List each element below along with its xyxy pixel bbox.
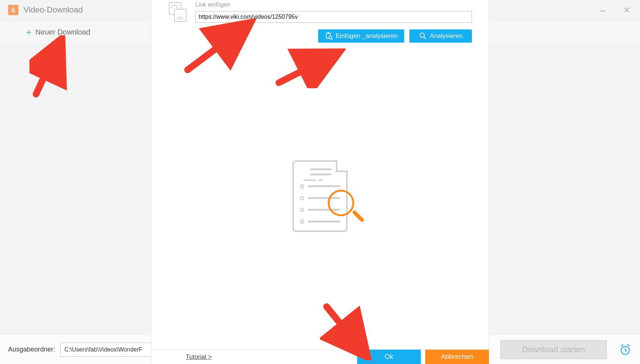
clipboard-search-icon — [325, 32, 333, 40]
output-folder-label: Ausgabeordner: — [8, 346, 55, 353]
download-start-button[interactable]: Download starten — [500, 340, 607, 359]
add-url-dialog: URL Link einfügen Einfügen _analysieren … — [151, 0, 489, 364]
link-insert-label: Link einfügen — [195, 1, 473, 8]
cancel-button[interactable]: Abbrechen — [425, 350, 489, 364]
ok-button[interactable]: Ok — [357, 350, 421, 364]
svg-point-3 — [329, 36, 332, 39]
svg-point-4 — [420, 33, 424, 38]
dialog-body — [151, 43, 489, 349]
search-icon — [419, 32, 427, 40]
analyze-button[interactable]: Analysieren — [409, 29, 472, 43]
url-input[interactable] — [195, 11, 472, 23]
scheduler-icon[interactable] — [619, 343, 632, 356]
magnifier-icon — [328, 190, 354, 216]
analyze-label: Analysieren — [430, 32, 463, 40]
paste-analyze-label: Einfügen _analysieren — [336, 32, 398, 40]
url-document-icon: URL — [167, 2, 188, 24]
svg-rect-2 — [327, 32, 329, 34]
dialog-footer: Tutorial > Ok Abbrechen — [151, 349, 489, 364]
tutorial-link[interactable]: Tutorial > — [186, 353, 212, 361]
paste-analyze-button[interactable]: Einfügen _analysieren — [318, 29, 404, 43]
output-folder-path[interactable]: C:\Users\fab\Videos\WonderF — [60, 343, 152, 357]
